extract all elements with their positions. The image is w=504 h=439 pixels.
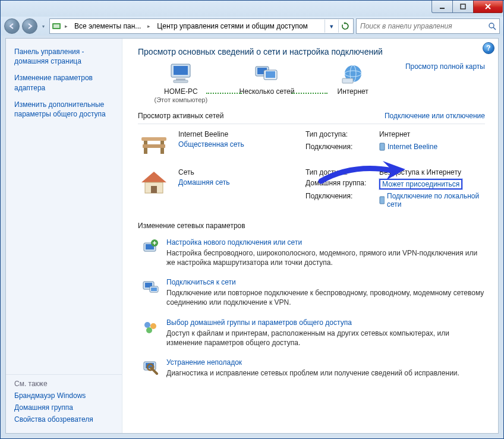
svg-rect-1 bbox=[461, 4, 465, 9]
sidebar: Панель управления - домашняя страница Из… bbox=[6, 39, 122, 433]
connect-disconnect-link[interactable]: Подключение или отключение bbox=[385, 112, 485, 120]
svg-rect-36 bbox=[151, 288, 157, 291]
map-node-internet: Интернет bbox=[310, 62, 396, 105]
network-type-link[interactable]: Домашняя сеть bbox=[178, 178, 297, 187]
homegroup-label: Домашняя группа: bbox=[305, 179, 377, 190]
task-title[interactable]: Подключиться к сети bbox=[166, 278, 236, 286]
globe-icon bbox=[339, 62, 367, 85]
arrow-right-icon bbox=[26, 23, 33, 30]
sidebar-also-homegroup[interactable]: Домашняя группа bbox=[14, 403, 115, 412]
full-map-link[interactable]: Просмотр полной карты bbox=[405, 62, 485, 71]
home-network-icon bbox=[138, 168, 170, 209]
task-desc: Подключение или повторное подключение к … bbox=[166, 288, 485, 307]
sidebar-link-adapter-settings[interactable]: Изменение параметров адаптера bbox=[14, 73, 115, 92]
nav-history-dropdown[interactable]: ▾ bbox=[40, 24, 47, 29]
refresh-icon bbox=[341, 22, 349, 30]
task-homegroup-sharing[interactable]: Выбор домашней группы и параметров общег… bbox=[138, 314, 485, 353]
breadcrumb[interactable]: ▸ Все элементы пан... ▸ Центр управления… bbox=[49, 18, 354, 34]
close-button[interactable] bbox=[473, 1, 503, 13]
svg-point-4 bbox=[489, 23, 494, 28]
svg-point-39 bbox=[146, 327, 152, 333]
task-title[interactable]: Устранение неполадок bbox=[166, 358, 242, 367]
task-desc: Настройка беспроводного, широкополосного… bbox=[166, 248, 485, 267]
svg-rect-13 bbox=[266, 71, 275, 78]
content-area: Панель управления - домашняя страница Из… bbox=[5, 38, 499, 434]
main-panel: ? Просмотр основных сведений о сети и на… bbox=[122, 39, 498, 433]
maximize-button[interactable] bbox=[452, 1, 474, 13]
task-desc: Диагностика и исправление сетевых пробле… bbox=[166, 368, 459, 378]
network-name: Internet Beeline bbox=[178, 130, 297, 138]
connection-link[interactable]: Internet Beeline bbox=[379, 143, 437, 151]
maximize-icon bbox=[460, 4, 466, 10]
map-node1-name: HOME-PC bbox=[164, 87, 198, 96]
multiple-networks-icon bbox=[253, 62, 281, 85]
public-network-icon bbox=[138, 130, 170, 155]
task-connect-network[interactable]: Подключиться к сети Подключение или повт… bbox=[138, 273, 485, 313]
search-input[interactable] bbox=[359, 21, 488, 31]
homegroup-join-highlight: Может присоединиться bbox=[379, 179, 462, 190]
sidebar-link-home[interactable]: Панель управления - домашняя страница bbox=[14, 47, 115, 66]
network-entry-beeline: Internet Beeline Общественная сеть Тип д… bbox=[138, 124, 485, 162]
minimize-icon bbox=[439, 4, 445, 10]
connections-label: Подключения: bbox=[305, 143, 377, 155]
map-node2-name: Несколько сетей bbox=[240, 87, 295, 96]
homegroup-join-link[interactable]: Может присоединиться bbox=[382, 180, 459, 188]
access-type-value: Без доступа к Интернету bbox=[379, 168, 485, 176]
svg-point-37 bbox=[144, 322, 150, 328]
sidebar-also-firewall[interactable]: Брандмауэр Windows bbox=[14, 391, 115, 400]
computer-icon bbox=[167, 62, 194, 85]
homegroup-icon bbox=[141, 318, 159, 336]
svg-marker-25 bbox=[141, 172, 166, 182]
svg-rect-21 bbox=[141, 137, 166, 141]
task-title[interactable]: Выбор домашней группы и параметров общег… bbox=[166, 318, 352, 327]
breadcrumb-dropdown[interactable]: ▾ bbox=[325, 20, 338, 33]
svg-line-5 bbox=[493, 27, 496, 30]
back-button[interactable] bbox=[4, 18, 20, 34]
active-networks-header: Просмотр активных сетей Подключение или … bbox=[138, 109, 485, 124]
titlebar bbox=[1, 1, 503, 17]
sidebar-link-advanced-sharing[interactable]: Изменить дополнительные параметры общего… bbox=[14, 100, 115, 119]
chevron-right-icon: ▸ bbox=[63, 23, 70, 29]
refresh-button[interactable] bbox=[338, 20, 352, 33]
svg-rect-28 bbox=[380, 197, 385, 204]
task-desc: Доступ к файлам и принтерам, расположенн… bbox=[166, 329, 485, 348]
map-node1-sub: (Этот компьютер) bbox=[155, 96, 208, 103]
breadcrumb-seg-all-items[interactable]: Все элементы пан... bbox=[71, 19, 144, 33]
svg-rect-23 bbox=[160, 148, 164, 154]
see-also-header: См. также bbox=[14, 380, 115, 388]
forward-button[interactable] bbox=[22, 18, 37, 34]
task-title[interactable]: Настройка нового подключения или сети bbox=[166, 238, 302, 247]
svg-rect-0 bbox=[440, 8, 445, 9]
help-button[interactable]: ? bbox=[483, 42, 494, 54]
svg-rect-7 bbox=[174, 66, 188, 75]
breadcrumb-seg-network-center[interactable]: Центр управления сетями и общим доступом bbox=[153, 19, 311, 33]
svg-rect-3 bbox=[53, 24, 59, 28]
svg-rect-22 bbox=[144, 148, 147, 154]
access-type-label: Тип доступа: bbox=[305, 130, 377, 141]
nic-icon bbox=[379, 196, 385, 204]
network-entry-home: Сеть Домашняя сеть Тип доступа: Без дост… bbox=[138, 162, 485, 216]
network-map: Просмотр полной карты HOME-PC(Этот компь… bbox=[138, 62, 485, 105]
network-type-link[interactable]: Общественная сеть bbox=[178, 140, 297, 149]
svg-rect-27 bbox=[151, 186, 157, 193]
task-new-connection[interactable]: Настройка нового подключения или сети На… bbox=[138, 233, 485, 273]
svg-rect-9 bbox=[174, 80, 188, 83]
chevron-right-icon: ▸ bbox=[146, 23, 152, 29]
access-type-value: Интернет bbox=[379, 130, 485, 141]
svg-rect-17 bbox=[342, 78, 353, 83]
control-panel-icon bbox=[51, 21, 62, 31]
sidebar-also-internet-options[interactable]: Свойства обозревателя bbox=[14, 415, 115, 424]
new-connection-icon bbox=[141, 238, 159, 256]
window: ▾ ▸ Все элементы пан... ▸ Центр управлен… bbox=[0, 0, 504, 439]
map-node-this-pc: HOME-PC(Этот компьютер) bbox=[138, 62, 224, 105]
address-bar: ▾ ▸ Все элементы пан... ▸ Центр управлен… bbox=[1, 17, 503, 36]
connect-network-icon bbox=[141, 278, 159, 296]
minimize-button[interactable] bbox=[431, 1, 453, 13]
search-box[interactable] bbox=[356, 18, 500, 34]
task-troubleshoot[interactable]: Устранение неполадок Диагностика и испра… bbox=[138, 353, 485, 384]
map-node3-name: Интернет bbox=[338, 87, 368, 96]
search-icon bbox=[488, 22, 497, 30]
change-settings-header: Изменение сетевых параметров bbox=[138, 222, 485, 230]
arrow-left-icon bbox=[8, 23, 15, 30]
connection-link[interactable]: Подключение по локальной сети bbox=[379, 192, 485, 209]
